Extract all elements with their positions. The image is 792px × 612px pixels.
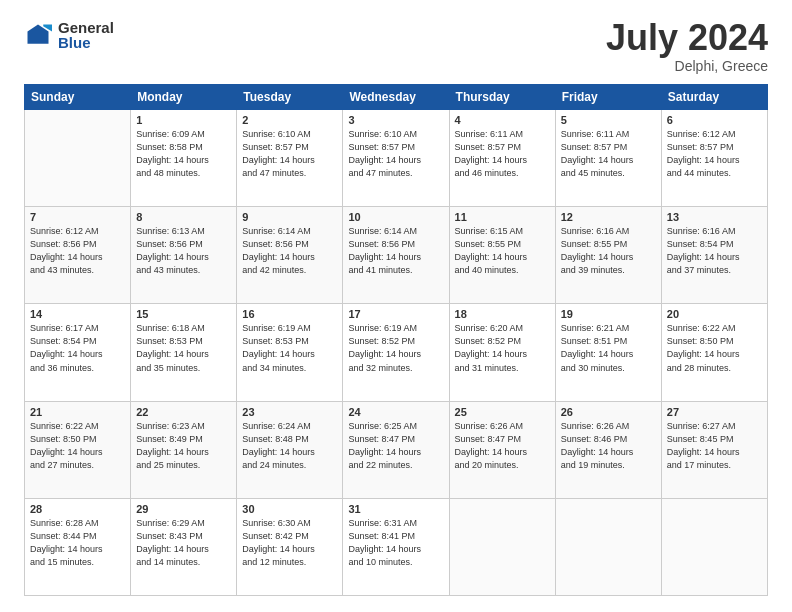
- day-info: Sunrise: 6:12 AM Sunset: 8:57 PM Dayligh…: [667, 128, 762, 180]
- calendar-cell: 17Sunrise: 6:19 AM Sunset: 8:52 PM Dayli…: [343, 304, 449, 401]
- day-info: Sunrise: 6:30 AM Sunset: 8:42 PM Dayligh…: [242, 517, 337, 569]
- col-sunday: Sunday: [25, 85, 131, 110]
- header-row: Sunday Monday Tuesday Wednesday Thursday…: [25, 85, 768, 110]
- calendar-header: Sunday Monday Tuesday Wednesday Thursday…: [25, 85, 768, 110]
- day-number: 10: [348, 211, 443, 223]
- calendar: Sunday Monday Tuesday Wednesday Thursday…: [24, 84, 768, 596]
- day-number: 16: [242, 308, 337, 320]
- day-info: Sunrise: 6:16 AM Sunset: 8:54 PM Dayligh…: [667, 225, 762, 277]
- calendar-cell: [555, 498, 661, 595]
- day-number: 27: [667, 406, 762, 418]
- calendar-cell: 30Sunrise: 6:30 AM Sunset: 8:42 PM Dayli…: [237, 498, 343, 595]
- day-info: Sunrise: 6:15 AM Sunset: 8:55 PM Dayligh…: [455, 225, 550, 277]
- calendar-week-4: 21Sunrise: 6:22 AM Sunset: 8:50 PM Dayli…: [25, 401, 768, 498]
- logo-icon: [24, 21, 52, 49]
- day-number: 4: [455, 114, 550, 126]
- col-thursday: Thursday: [449, 85, 555, 110]
- calendar-cell: 16Sunrise: 6:19 AM Sunset: 8:53 PM Dayli…: [237, 304, 343, 401]
- day-info: Sunrise: 6:19 AM Sunset: 8:52 PM Dayligh…: [348, 322, 443, 374]
- day-number: 31: [348, 503, 443, 515]
- title-block: July 2024 Delphi, Greece: [606, 20, 768, 74]
- calendar-cell: 20Sunrise: 6:22 AM Sunset: 8:50 PM Dayli…: [661, 304, 767, 401]
- day-info: Sunrise: 6:26 AM Sunset: 8:46 PM Dayligh…: [561, 420, 656, 472]
- day-number: 15: [136, 308, 231, 320]
- calendar-cell: 5Sunrise: 6:11 AM Sunset: 8:57 PM Daylig…: [555, 110, 661, 207]
- day-info: Sunrise: 6:22 AM Sunset: 8:50 PM Dayligh…: [30, 420, 125, 472]
- logo-general-text: General: [58, 20, 114, 35]
- day-info: Sunrise: 6:16 AM Sunset: 8:55 PM Dayligh…: [561, 225, 656, 277]
- day-number: 21: [30, 406, 125, 418]
- day-info: Sunrise: 6:12 AM Sunset: 8:56 PM Dayligh…: [30, 225, 125, 277]
- calendar-cell: 10Sunrise: 6:14 AM Sunset: 8:56 PM Dayli…: [343, 207, 449, 304]
- day-number: 9: [242, 211, 337, 223]
- location-subtitle: Delphi, Greece: [606, 58, 768, 74]
- calendar-cell: 15Sunrise: 6:18 AM Sunset: 8:53 PM Dayli…: [131, 304, 237, 401]
- calendar-cell: 14Sunrise: 6:17 AM Sunset: 8:54 PM Dayli…: [25, 304, 131, 401]
- calendar-week-3: 14Sunrise: 6:17 AM Sunset: 8:54 PM Dayli…: [25, 304, 768, 401]
- day-info: Sunrise: 6:11 AM Sunset: 8:57 PM Dayligh…: [455, 128, 550, 180]
- calendar-week-5: 28Sunrise: 6:28 AM Sunset: 8:44 PM Dayli…: [25, 498, 768, 595]
- page: General Blue July 2024 Delphi, Greece Su…: [0, 0, 792, 612]
- day-info: Sunrise: 6:31 AM Sunset: 8:41 PM Dayligh…: [348, 517, 443, 569]
- day-number: 2: [242, 114, 337, 126]
- logo: General Blue: [24, 20, 114, 50]
- day-number: 11: [455, 211, 550, 223]
- day-info: Sunrise: 6:26 AM Sunset: 8:47 PM Dayligh…: [455, 420, 550, 472]
- day-number: 3: [348, 114, 443, 126]
- day-info: Sunrise: 6:19 AM Sunset: 8:53 PM Dayligh…: [242, 322, 337, 374]
- calendar-cell: 9Sunrise: 6:14 AM Sunset: 8:56 PM Daylig…: [237, 207, 343, 304]
- calendar-cell: 25Sunrise: 6:26 AM Sunset: 8:47 PM Dayli…: [449, 401, 555, 498]
- day-number: 20: [667, 308, 762, 320]
- header: General Blue July 2024 Delphi, Greece: [24, 20, 768, 74]
- day-info: Sunrise: 6:25 AM Sunset: 8:47 PM Dayligh…: [348, 420, 443, 472]
- calendar-cell: 6Sunrise: 6:12 AM Sunset: 8:57 PM Daylig…: [661, 110, 767, 207]
- calendar-cell: 11Sunrise: 6:15 AM Sunset: 8:55 PM Dayli…: [449, 207, 555, 304]
- calendar-cell: 2Sunrise: 6:10 AM Sunset: 8:57 PM Daylig…: [237, 110, 343, 207]
- day-info: Sunrise: 6:11 AM Sunset: 8:57 PM Dayligh…: [561, 128, 656, 180]
- calendar-cell: 27Sunrise: 6:27 AM Sunset: 8:45 PM Dayli…: [661, 401, 767, 498]
- day-info: Sunrise: 6:29 AM Sunset: 8:43 PM Dayligh…: [136, 517, 231, 569]
- day-info: Sunrise: 6:17 AM Sunset: 8:54 PM Dayligh…: [30, 322, 125, 374]
- calendar-cell: 18Sunrise: 6:20 AM Sunset: 8:52 PM Dayli…: [449, 304, 555, 401]
- calendar-cell: 1Sunrise: 6:09 AM Sunset: 8:58 PM Daylig…: [131, 110, 237, 207]
- logo-text: General Blue: [58, 20, 114, 50]
- calendar-body: 1Sunrise: 6:09 AM Sunset: 8:58 PM Daylig…: [25, 110, 768, 596]
- day-number: 28: [30, 503, 125, 515]
- calendar-cell: 19Sunrise: 6:21 AM Sunset: 8:51 PM Dayli…: [555, 304, 661, 401]
- calendar-cell: 7Sunrise: 6:12 AM Sunset: 8:56 PM Daylig…: [25, 207, 131, 304]
- col-saturday: Saturday: [661, 85, 767, 110]
- day-number: 18: [455, 308, 550, 320]
- calendar-cell: 21Sunrise: 6:22 AM Sunset: 8:50 PM Dayli…: [25, 401, 131, 498]
- day-number: 7: [30, 211, 125, 223]
- col-friday: Friday: [555, 85, 661, 110]
- day-number: 14: [30, 308, 125, 320]
- calendar-cell: 3Sunrise: 6:10 AM Sunset: 8:57 PM Daylig…: [343, 110, 449, 207]
- month-title: July 2024: [606, 20, 768, 56]
- day-info: Sunrise: 6:18 AM Sunset: 8:53 PM Dayligh…: [136, 322, 231, 374]
- day-info: Sunrise: 6:21 AM Sunset: 8:51 PM Dayligh…: [561, 322, 656, 374]
- day-number: 29: [136, 503, 231, 515]
- day-info: Sunrise: 6:27 AM Sunset: 8:45 PM Dayligh…: [667, 420, 762, 472]
- calendar-week-1: 1Sunrise: 6:09 AM Sunset: 8:58 PM Daylig…: [25, 110, 768, 207]
- calendar-cell: 8Sunrise: 6:13 AM Sunset: 8:56 PM Daylig…: [131, 207, 237, 304]
- calendar-cell: 12Sunrise: 6:16 AM Sunset: 8:55 PM Dayli…: [555, 207, 661, 304]
- day-number: 23: [242, 406, 337, 418]
- day-info: Sunrise: 6:09 AM Sunset: 8:58 PM Dayligh…: [136, 128, 231, 180]
- calendar-week-2: 7Sunrise: 6:12 AM Sunset: 8:56 PM Daylig…: [25, 207, 768, 304]
- logo-blue-text: Blue: [58, 35, 114, 50]
- day-info: Sunrise: 6:22 AM Sunset: 8:50 PM Dayligh…: [667, 322, 762, 374]
- day-info: Sunrise: 6:10 AM Sunset: 8:57 PM Dayligh…: [348, 128, 443, 180]
- day-number: 5: [561, 114, 656, 126]
- day-number: 12: [561, 211, 656, 223]
- day-info: Sunrise: 6:28 AM Sunset: 8:44 PM Dayligh…: [30, 517, 125, 569]
- calendar-cell: [25, 110, 131, 207]
- day-number: 13: [667, 211, 762, 223]
- day-number: 22: [136, 406, 231, 418]
- day-number: 25: [455, 406, 550, 418]
- day-info: Sunrise: 6:10 AM Sunset: 8:57 PM Dayligh…: [242, 128, 337, 180]
- day-number: 30: [242, 503, 337, 515]
- calendar-cell: 22Sunrise: 6:23 AM Sunset: 8:49 PM Dayli…: [131, 401, 237, 498]
- day-number: 8: [136, 211, 231, 223]
- calendar-cell: 23Sunrise: 6:24 AM Sunset: 8:48 PM Dayli…: [237, 401, 343, 498]
- day-info: Sunrise: 6:20 AM Sunset: 8:52 PM Dayligh…: [455, 322, 550, 374]
